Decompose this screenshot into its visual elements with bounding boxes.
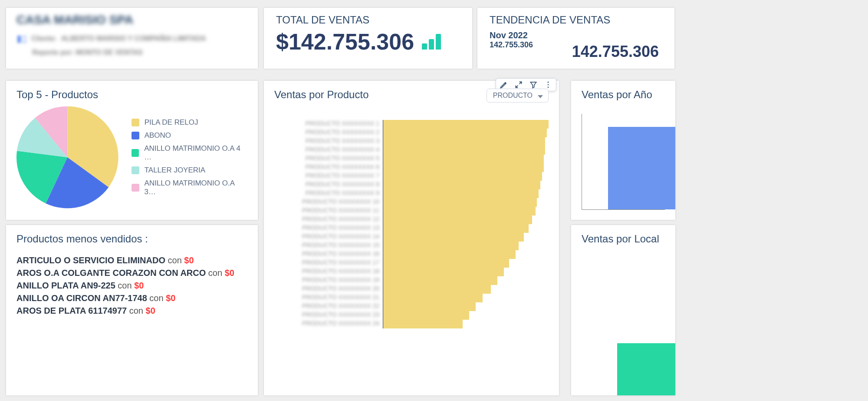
- least-product-name: ANILLO PLATA AN9-225: [16, 281, 118, 290]
- top5-legend: PILA DE RELOJABONOANILLO MATRIMONIO O.A …: [132, 114, 247, 201]
- product-bar[interactable]: [383, 302, 476, 311]
- trend-title: TENDENCIA DE VENTAS: [490, 14, 662, 26]
- legend-swatch: [132, 184, 139, 192]
- legend-swatch: [132, 166, 139, 174]
- product-bar[interactable]: [383, 268, 504, 276]
- product-bar-label: PRODUCTO XXXXXXXX 17: [274, 259, 383, 268]
- sales-by-year-title: Ventas por Año: [582, 89, 665, 101]
- top5-card: Top 5 - Productos PILA DE RELOJABONOANIL…: [6, 81, 258, 220]
- product-bar-label: PRODUCTO XXXXXXXX 2: [274, 129, 383, 137]
- product-bar[interactable]: [383, 285, 491, 294]
- product-dropdown[interactable]: PRODUCTO: [487, 89, 549, 103]
- product-bar[interactable]: [383, 189, 539, 198]
- trend-big-value: 142.755.306: [572, 43, 659, 61]
- legend-label: ANILLO MATRIMONIO O.A 4 …: [144, 144, 247, 162]
- product-bar[interactable]: [383, 311, 469, 320]
- product-bar[interactable]: [383, 181, 540, 189]
- product-bar[interactable]: [383, 172, 542, 181]
- product-bar[interactable]: [383, 198, 537, 207]
- product-bar-label: PRODUCTO XXXXXXXX 7: [274, 172, 383, 181]
- legend-item[interactable]: ANILLO MATRIMONIO O.A 4 …: [132, 144, 247, 162]
- product-bar-label: PRODUCTO XXXXXXXX 16: [274, 250, 383, 259]
- product-bar[interactable]: [383, 294, 483, 302]
- product-bar-label: PRODUCTO XXXXXXXX 18: [274, 268, 383, 276]
- product-bar-label: PRODUCTO XXXXXXXX 5: [274, 155, 383, 163]
- least-product-name: AROS O.A COLGANTE CORAZON CON ARCO: [16, 268, 208, 278]
- least-amount: $0: [225, 268, 234, 278]
- product-bar[interactable]: [383, 207, 536, 215]
- info-card: CASA MARISIO SPA ▮▯ Cliente: ALBERTO MAR…: [6, 8, 258, 69]
- product-bar[interactable]: [383, 137, 545, 146]
- legend-item[interactable]: TALLER JOYERIA: [132, 166, 247, 175]
- product-bar[interactable]: [383, 215, 532, 224]
- least-amount: $0: [146, 306, 155, 315]
- least-amount: $0: [134, 281, 144, 290]
- chart-icon: ▮▯: [16, 33, 27, 44]
- least-con: con: [208, 268, 225, 278]
- local-bar: [617, 343, 675, 395]
- product-bar-label: PRODUCTO XXXXXXXX 22: [274, 302, 383, 311]
- total-sales-card: TOTAL DE VENTAS $142.755.306: [264, 8, 472, 69]
- product-bar-label: PRODUCTO XXXXXXXX 20: [274, 285, 383, 294]
- product-bar[interactable]: [383, 259, 509, 268]
- product-bar[interactable]: [383, 129, 547, 137]
- product-bar-label: PRODUCTO XXXXXXXX 21: [274, 294, 383, 302]
- top5-pie-chart: [16, 105, 118, 209]
- product-bar[interactable]: [383, 242, 519, 250]
- legend-swatch: [132, 149, 139, 157]
- product-bar-label: PRODUCTO XXXXXXXX 14: [274, 233, 383, 242]
- least-con: con: [118, 281, 134, 290]
- legend-label: PILA DE RELOJ: [145, 118, 198, 127]
- sales-by-local-card: Ventas por Local: [571, 225, 675, 395]
- product-bar[interactable]: [383, 163, 544, 172]
- product-bar[interactable]: [383, 250, 516, 259]
- least-product-name: AROS DE PLATA 61174977: [16, 306, 129, 315]
- legend-item[interactable]: PILA DE RELOJ: [132, 118, 247, 127]
- legend-item[interactable]: ANILLO MATRIMONIO O.A 3…: [132, 179, 247, 196]
- legend-label: ANILLO MATRIMONIO O.A 3…: [145, 179, 247, 196]
- client-label: Cliente:: [31, 35, 57, 43]
- product-bar[interactable]: [383, 276, 497, 285]
- least-sold-title: Productos menos vendidos :: [16, 233, 247, 245]
- more-icon[interactable]: [544, 80, 552, 89]
- legend-item[interactable]: ABONO: [132, 131, 247, 140]
- product-bar-label: PRODUCTO XXXXXXXX 8: [274, 181, 383, 189]
- product-bar[interactable]: [383, 320, 463, 328]
- client-value: ALBERTO MARISIO Y COMPAÑIA LIMITADA: [61, 35, 206, 43]
- dropdown-value: PRODUCTO: [493, 92, 533, 99]
- product-bar-label: PRODUCTO XXXXXXXX 6: [274, 163, 383, 172]
- least-con: con: [129, 306, 146, 315]
- least-sold-card: Productos menos vendidos : ARTICULO O SE…: [6, 225, 258, 395]
- product-bar-label: PRODUCTO XXXXXXXX 11: [274, 207, 383, 215]
- least-product-name: ANILLO OA CIRCON AN77-1748: [16, 293, 149, 303]
- bars-icon: [420, 34, 441, 50]
- product-bar-label: PRODUCTO XXXXXXXX 15: [274, 242, 383, 250]
- product-bar-label: PRODUCTO XXXXXXXX 10: [274, 198, 383, 207]
- product-bar-label: PRODUCTO XXXXXXXX 12: [274, 215, 383, 224]
- least-sold-row: ANILLO OA CIRCON AN77-1748 con $0: [16, 293, 247, 303]
- least-sold-row: ARTICULO O SERVICIO ELIMINADO con $0: [16, 255, 247, 265]
- product-bar-label: PRODUCTO XXXXXXXX 9: [274, 189, 383, 198]
- expand-icon[interactable]: [514, 80, 523, 89]
- least-product-name: ARTICULO O SERVICIO ELIMINADO: [16, 255, 168, 265]
- trend-card: TENDENCIA DE VENTAS Nov 2022 142.755.306…: [477, 8, 674, 69]
- product-bar-label: PRODUCTO XXXXXXXX 4: [274, 146, 383, 155]
- filter-icon[interactable]: [529, 80, 538, 89]
- product-bar-label: PRODUCTO XXXXXXXX 23: [274, 311, 383, 320]
- edit-icon[interactable]: [500, 80, 508, 89]
- product-bar[interactable]: [383, 224, 529, 233]
- least-con: con: [149, 293, 166, 303]
- least-sold-row: AROS DE PLATA 61174977 con $0: [16, 306, 247, 316]
- legend-swatch: [132, 119, 139, 126]
- product-bar[interactable]: [383, 155, 544, 163]
- product-bar[interactable]: [383, 120, 549, 129]
- total-sales-title: TOTAL DE VENTAS: [276, 14, 460, 26]
- product-bar-label: PRODUCTO XXXXXXXX 13: [274, 224, 383, 233]
- legend-label: TALLER JOYERIA: [145, 166, 205, 175]
- legend-swatch: [132, 132, 139, 139]
- product-bar[interactable]: [383, 233, 524, 242]
- company-name: CASA MARISIO SPA: [16, 13, 247, 27]
- svg-point-2: [548, 87, 549, 88]
- product-bar[interactable]: [383, 146, 545, 155]
- sales-by-product-card: Ventas por Producto PRODUCTO PRODUCTO XX…: [264, 81, 559, 395]
